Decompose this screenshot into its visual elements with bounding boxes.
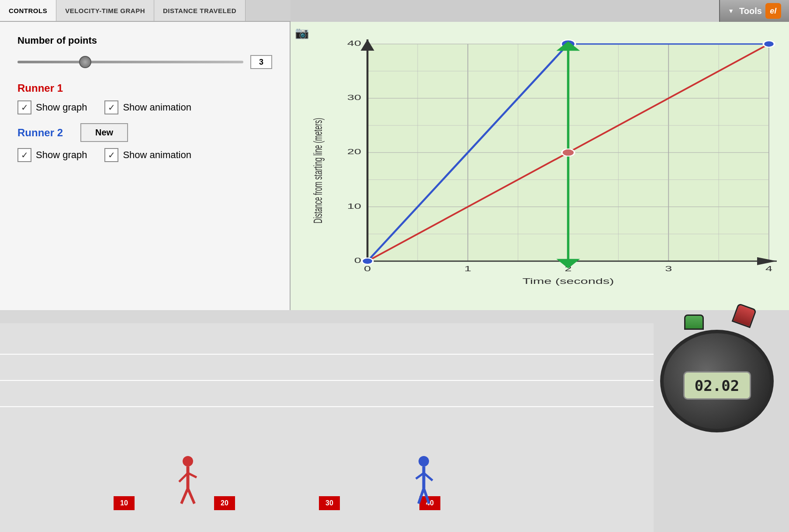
- runner2-checkbox-row: ✓ Show graph ✓ Show animation: [17, 148, 272, 162]
- red-runner: [175, 453, 201, 515]
- runner1-show-animation-checkbox[interactable]: ✓ Show animation: [104, 100, 191, 114]
- slider-row: 3: [17, 55, 272, 69]
- svg-text:30: 30: [347, 93, 361, 101]
- svg-text:Distance from starting line (m: Distance from starting line (meters): [312, 118, 325, 224]
- runner2-show-graph-box[interactable]: ✓: [17, 148, 31, 162]
- svg-text:20: 20: [347, 148, 361, 156]
- distance-graph: 0 10 20 30 40 0 1 2 3 4 Time (seconds) D…: [312, 35, 785, 288]
- svg-text:Time (seconds): Time (seconds): [523, 276, 614, 285]
- stopwatch-green-button[interactable]: [684, 314, 704, 330]
- svg-point-48: [419, 456, 429, 466]
- svg-line-53: [424, 488, 429, 504]
- svg-text:0: 0: [364, 265, 371, 273]
- camera-icon[interactable]: 📷: [295, 26, 309, 40]
- svg-text:1: 1: [464, 265, 471, 273]
- graph-panel: 📷 0 10: [291, 22, 789, 310]
- points-label: Number of points: [17, 35, 272, 46]
- runner1-show-animation-box[interactable]: ✓: [104, 100, 118, 114]
- runner1-show-graph-label: Show graph: [36, 102, 87, 113]
- svg-point-36: [362, 258, 373, 264]
- runner1-show-graph-checkbox[interactable]: ✓ Show graph: [17, 100, 87, 114]
- tab-bar: CONTROLS VELOCITY-TIME GRAPH DISTANCE TR…: [0, 0, 291, 22]
- slider-track[interactable]: [17, 61, 243, 63]
- tools-button[interactable]: ▼ Tools el: [719, 0, 789, 22]
- marker-10: 10: [114, 496, 135, 510]
- svg-text:40: 40: [347, 39, 361, 47]
- marker-30: 30: [319, 496, 340, 510]
- runner2-show-animation-label: Show animation: [123, 149, 191, 161]
- runner2-show-animation-checkbox[interactable]: ✓ Show animation: [104, 148, 191, 162]
- track: 10 20 30 40: [0, 323, 654, 532]
- stopwatch: 02.02: [654, 301, 780, 432]
- tools-label: Tools: [739, 6, 762, 16]
- track-line-2: [0, 380, 654, 381]
- stopwatch-body: 02.02: [660, 330, 774, 432]
- slider-value: 3: [250, 55, 272, 69]
- runner2-show-animation-box[interactable]: ✓: [104, 148, 118, 162]
- slider-thumb[interactable]: [79, 56, 91, 68]
- animation-panel: 10 20 30 40: [0, 310, 789, 532]
- svg-marker-41: [557, 259, 580, 269]
- tab-controls[interactable]: CONTROLS: [0, 0, 56, 21]
- runner2-show-graph-checkbox[interactable]: ✓ Show graph: [17, 148, 87, 162]
- blue-runner: [411, 453, 437, 515]
- stopwatch-red-button[interactable]: [732, 303, 757, 328]
- svg-text:3: 3: [665, 265, 672, 273]
- controls-panel: Number of points 3 Runner 1 ✓ Show graph…: [0, 22, 291, 310]
- svg-line-46: [181, 488, 188, 504]
- svg-text:0: 0: [354, 256, 361, 264]
- runner2-show-graph-label: Show graph: [36, 149, 87, 161]
- runner2-header: Runner 2 New: [17, 123, 272, 142]
- track-line-3: [0, 406, 654, 407]
- runner1-show-animation-label: Show animation: [123, 102, 191, 113]
- runner1-checkbox-row: ✓ Show graph ✓ Show animation: [17, 100, 272, 114]
- runner1-show-graph-box[interactable]: ✓: [17, 100, 31, 114]
- tab-distance[interactable]: DISTANCE TRAVELED: [154, 0, 246, 21]
- svg-point-42: [183, 456, 193, 466]
- tab-velocity[interactable]: VELOCITY-TIME GRAPH: [56, 0, 154, 21]
- tools-arrow-icon: ▼: [728, 7, 734, 14]
- runner2-label: Runner 2: [17, 127, 63, 139]
- svg-line-52: [419, 488, 424, 504]
- svg-line-47: [188, 488, 194, 504]
- svg-text:4: 4: [765, 265, 772, 273]
- svg-point-39: [562, 149, 574, 156]
- marker-20: 20: [214, 496, 235, 510]
- new-button[interactable]: New: [80, 123, 128, 142]
- svg-text:10: 10: [347, 202, 361, 210]
- tools-brand-icon: el: [765, 3, 781, 19]
- runner1-label: Runner 1: [17, 82, 272, 94]
- svg-point-38: [763, 41, 774, 47]
- stopwatch-display: 02.02: [683, 371, 751, 400]
- track-line-1: [0, 354, 654, 355]
